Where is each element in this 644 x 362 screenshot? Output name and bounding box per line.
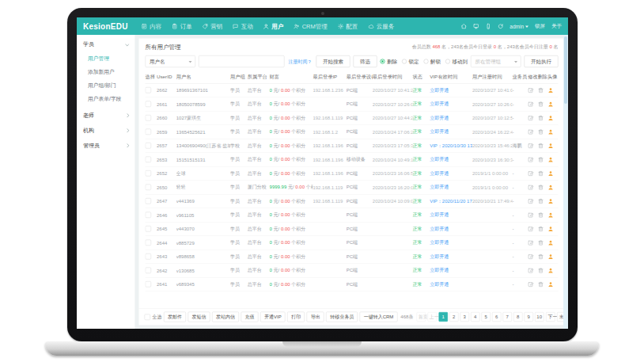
- row-checkbox[interactable]: [146, 115, 152, 121]
- delete-button[interactable]: [538, 222, 547, 236]
- page-number[interactable]: 7: [502, 312, 512, 322]
- avatar-button[interactable]: [547, 125, 558, 139]
- edit-button[interactable]: [528, 236, 537, 250]
- nav-item-config[interactable]: 配置: [338, 22, 358, 30]
- row-checkbox[interactable]: [146, 226, 152, 232]
- sidebar-group-students[interactable]: 学员: [77, 36, 135, 51]
- search-input[interactable]: [199, 55, 285, 67]
- row-checkbox[interactable]: [146, 253, 152, 260]
- edit-button[interactable]: [528, 125, 537, 139]
- page-number[interactable]: 1: [438, 312, 448, 322]
- vip-link[interactable]: 立即开通: [430, 101, 449, 107]
- edit-button[interactable]: [528, 153, 537, 167]
- row-checkbox[interactable]: [146, 143, 152, 149]
- avatar-button[interactable]: [547, 208, 558, 223]
- bulk-radio[interactable]: 移动到: [445, 58, 468, 65]
- vip-link[interactable]: 立即开通: [430, 281, 449, 287]
- bulk-action-button[interactable]: 发邮件: [164, 312, 186, 322]
- edit-button[interactable]: [528, 277, 537, 292]
- row-checkbox[interactable]: [146, 87, 152, 93]
- search-button[interactable]: 开始搜索: [316, 55, 350, 67]
- delete-button[interactable]: [538, 181, 547, 195]
- bulk-radio[interactable]: 锁定: [402, 58, 419, 65]
- edit-button[interactable]: [528, 208, 537, 223]
- avatar-button[interactable]: [547, 181, 558, 195]
- avatar-button[interactable]: [547, 166, 558, 181]
- edit-button[interactable]: [528, 97, 537, 112]
- bulk-action-button[interactable]: 一键转入CRM: [360, 312, 398, 322]
- edit-button[interactable]: [528, 222, 537, 236]
- nav-item-marketing[interactable]: 营销: [203, 22, 223, 30]
- avatar-button[interactable]: [547, 277, 558, 292]
- row-checkbox[interactable]: [146, 268, 152, 274]
- delete-button[interactable]: [538, 194, 547, 208]
- avatar-button[interactable]: [547, 236, 558, 250]
- nav-item-users[interactable]: 用户: [263, 22, 284, 30]
- delete-button[interactable]: [538, 236, 547, 250]
- edit-button[interactable]: [528, 139, 537, 153]
- edit-button[interactable]: [528, 111, 537, 125]
- nav-item-orders[interactable]: 订单: [172, 22, 192, 30]
- vip-link[interactable]: 立即开通: [430, 253, 449, 259]
- page-number[interactable]: 2: [449, 312, 459, 322]
- page-number[interactable]: 9: [524, 312, 533, 322]
- page-next[interactable]: 下一页: [546, 312, 555, 322]
- mobile-icon[interactable]: [485, 23, 491, 29]
- bulk-action-button[interactable]: 导出: [307, 312, 324, 322]
- bulk-action-button[interactable]: 转移业务员: [326, 312, 358, 322]
- vip-link[interactable]: VIP：2020/11/20 17:49:41: [430, 198, 472, 204]
- sidebar-item[interactable]: 用户表单/字段: [77, 92, 135, 105]
- row-checkbox[interactable]: [146, 198, 152, 204]
- delete-button[interactable]: [538, 83, 547, 97]
- avatar-button[interactable]: [547, 222, 558, 236]
- delete-button[interactable]: [538, 125, 547, 139]
- vip-link[interactable]: 立即开通: [430, 115, 449, 120]
- move-group-select[interactable]: 所在管理组: [471, 55, 521, 67]
- nav-item-content[interactable]: 内容: [142, 22, 162, 30]
- sidebar-group-orgs[interactable]: 机构: [77, 123, 135, 138]
- delete-button[interactable]: [538, 153, 547, 167]
- select-all[interactable]: 全选: [145, 314, 162, 321]
- vip-link[interactable]: 立即开通: [430, 212, 449, 218]
- page-number[interactable]: 10: [535, 312, 544, 322]
- bulk-action-button[interactable]: 开通VIP: [260, 312, 286, 322]
- delete-button[interactable]: [538, 264, 547, 278]
- nav-item-interact[interactable]: 互动: [233, 22, 253, 30]
- delete-button[interactable]: [538, 111, 547, 125]
- search-field-select[interactable]: 用户名: [146, 55, 195, 67]
- bulk-action-button[interactable]: 充值: [241, 312, 259, 322]
- filter-button[interactable]: 筛选: [354, 55, 377, 67]
- sidebar-item[interactable]: 添加新用户: [77, 65, 135, 78]
- delete-button[interactable]: [538, 97, 547, 112]
- vip-link[interactable]: 立即开通: [430, 226, 449, 231]
- refresh-icon[interactable]: [498, 23, 504, 29]
- row-checkbox[interactable]: [146, 101, 152, 108]
- delete-button[interactable]: [538, 250, 547, 264]
- delete-button[interactable]: [538, 139, 547, 153]
- execute-button[interactable]: 开始执行: [525, 55, 559, 67]
- vip-link[interactable]: 立即开通: [430, 87, 449, 93]
- vip-link[interactable]: 立即开通: [430, 240, 449, 246]
- page-number[interactable]: 8: [513, 312, 523, 322]
- vip-link[interactable]: 立即开通: [430, 170, 449, 176]
- nav-item-cloud[interactable]: 云服务: [368, 22, 394, 30]
- vip-link[interactable]: VIP：2020/10/30 13:46:20: [430, 143, 472, 148]
- row-checkbox[interactable]: [146, 281, 152, 288]
- delete-button[interactable]: [538, 277, 547, 292]
- avatar-button[interactable]: [547, 194, 558, 208]
- nav-item-crm[interactable]: CRM管理: [294, 22, 328, 30]
- scrollbar-thumb[interactable]: [564, 36, 567, 104]
- vip-link[interactable]: 立即开通: [430, 129, 449, 135]
- vip-link[interactable]: 立即开通: [430, 268, 449, 273]
- row-checkbox[interactable]: [146, 170, 152, 177]
- page-number[interactable]: 5: [481, 312, 491, 322]
- row-checkbox[interactable]: [146, 212, 152, 219]
- edit-button[interactable]: [528, 264, 537, 278]
- row-checkbox[interactable]: [146, 185, 152, 191]
- edit-button[interactable]: [528, 181, 537, 195]
- page-prev[interactable]: 上一页: [427, 312, 437, 322]
- sidebar-group-teachers[interactable]: 老师: [77, 108, 135, 123]
- sidebar-group-admins[interactable]: 管理员: [77, 138, 135, 153]
- delete-button[interactable]: [538, 208, 547, 223]
- row-checkbox[interactable]: [146, 240, 152, 246]
